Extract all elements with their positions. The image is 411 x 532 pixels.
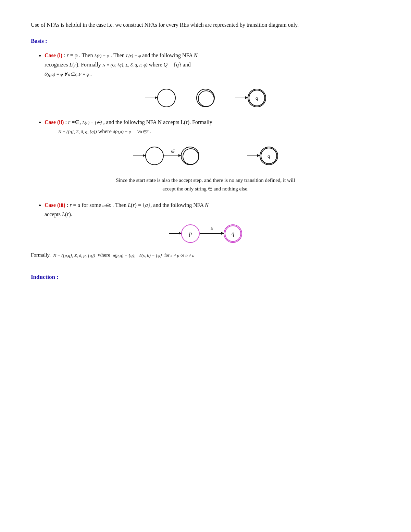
diagram-iii-1: p a q	[169, 224, 242, 243]
case-i-math1: L(r) = φ	[94, 53, 109, 58]
diagram-3: q	[235, 89, 266, 107]
diagram-1	[145, 89, 176, 107]
q-accept-state-ii: q	[260, 147, 278, 165]
circle-double-ii	[181, 147, 199, 165]
since-text: Since the start state is also the accept…	[31, 176, 380, 194]
circle-plain-ii	[145, 147, 164, 165]
list-item-2: Case (ii) : r =∈, L(r) = {∈} , and the f…	[45, 117, 380, 136]
case-i-label: Case (i)	[45, 52, 62, 58]
formally-cond: s ≠ p	[171, 252, 179, 258]
case-i-text4: recognizes L(r). Formally	[45, 62, 102, 67]
p-state: p	[181, 224, 200, 243]
start-arrow-ii-2	[247, 156, 260, 156]
case-ii-math3: N = ({q}, Σ, δ, q, {q})	[58, 128, 98, 134]
cases-list-3: Case (iii) : r = a for some a∈Σ . Then L…	[45, 200, 380, 219]
list-item-3: Case (iii) : r = a for some a∈Σ . Then L…	[45, 200, 380, 219]
a-label: a	[211, 226, 213, 231]
case-i-text5: where Q = {q} and	[149, 62, 191, 67]
case-ii-text2: , and the following NFA N accepts L(r). …	[103, 119, 212, 125]
case-i-math3: N = (Q, {q}, Σ, δ, q, F, φ)	[102, 62, 148, 67]
case-iii-label: Case (iii)	[45, 202, 65, 208]
circle-plain-1	[157, 89, 176, 107]
formally-math: N = ({p,q}, Σ, δ, p, {q})	[53, 252, 95, 258]
diagram-2	[196, 89, 215, 107]
formally-block: Formally, N = ({p,q}, Σ, δ, p, {q}) wher…	[31, 250, 380, 260]
case-ii-period: .	[150, 128, 151, 134]
a-line	[200, 233, 224, 234]
start-arrow-1	[145, 98, 157, 98]
formally-or: or	[180, 252, 185, 258]
basis-title: Basis :	[31, 38, 380, 45]
cases-list-2: Case (ii) : r =∈, L(r) = {∈} , and the f…	[45, 117, 380, 136]
induction-title: Induction :	[31, 274, 380, 281]
formally-delta1: δ(p,q) = {q},	[113, 252, 135, 258]
case-iii-text1: : r = a for some	[67, 202, 102, 208]
case-iii-text3: accepts L(r).	[45, 211, 72, 217]
formally-cond2: b ≠ a	[185, 252, 195, 258]
formally-for: for	[163, 252, 171, 258]
case-ii-text1: : r =∈,	[65, 119, 82, 125]
case-ii-math1: L(r) = {∈}	[82, 120, 102, 125]
formally-delta2: δ(s, b) = {φ}	[139, 252, 162, 258]
case-ii-diagram: ∈ q	[31, 147, 380, 165]
list-item: Case (i) : r = φ . Then L(r) = φ . Then …	[45, 51, 380, 79]
start-arrow-3	[235, 98, 248, 98]
epsilon-line	[164, 156, 181, 156]
epsilon-label: ∈	[171, 149, 174, 154]
q-accept-state-1: q	[248, 89, 266, 107]
case-i-period: .	[90, 71, 92, 77]
q-state-iii: q	[224, 224, 242, 243]
case-ii-where: where	[98, 128, 113, 134]
case-ii-label: Case (ii)	[45, 119, 64, 125]
epsilon-arrow-container: ∈	[164, 156, 181, 156]
case-ii-math4: δ(q,a) = φ ∀a∈Σ	[113, 129, 149, 135]
intro-text: Use of NFAs is helpful in the case i.e. …	[31, 21, 380, 29]
diagram-ii-1: ∈	[133, 147, 199, 165]
case-iii-diagram: p a q	[31, 224, 380, 243]
diagram-ii-2: q	[247, 147, 278, 165]
case-i-math4: δ(q,a) = φ ∀ a∈S, F = φ	[45, 72, 89, 77]
cases-list: Case (i) : r = φ . Then L(r) = φ . Then …	[45, 51, 380, 79]
start-arrow-ii	[133, 156, 145, 156]
case-i-math2: L(r) = φ	[126, 53, 141, 58]
start-arrow-iii	[169, 233, 181, 234]
a-arrow-container: a	[200, 233, 224, 234]
case-i-text1: : r = φ . Then	[64, 52, 94, 58]
induction-section: Induction :	[31, 274, 380, 281]
case-i-diagram: q	[31, 89, 380, 107]
case-iii-math1: a∈Σ	[102, 203, 111, 208]
case-iii-text2: . Then L(r) = {a}, and the following NFA…	[112, 202, 209, 208]
case-i-text3: and the following NFA N	[142, 52, 197, 58]
circle-double-1	[196, 89, 215, 107]
case-i-text2: . Then	[111, 52, 126, 58]
